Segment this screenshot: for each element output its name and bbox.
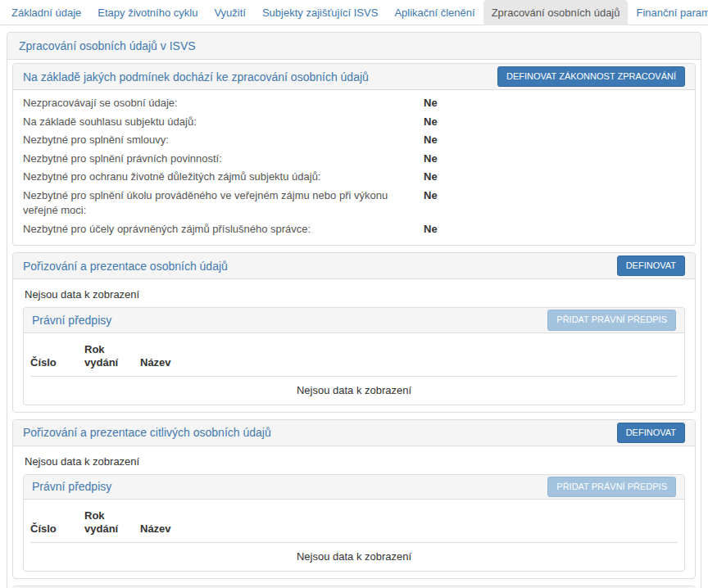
section-acquisition-header: Pořizování a prezentace osobních údajů D… bbox=[13, 253, 695, 279]
condition-row: Na základě souhlasu subjektu údajů: Ne bbox=[23, 113, 685, 132]
add-legal-regulation-button[interactable]: PŘIDAT PRÁVNÍ PŘEDPIS bbox=[547, 477, 676, 497]
condition-value: Ne bbox=[424, 188, 685, 219]
legal-regulations-panel: Právní předpisy PŘIDAT PRÁVNÍ PŘEDPIS Čí… bbox=[23, 474, 685, 572]
legal-regulations-table: Číslo Rok vydání Název Nejsou data k zob… bbox=[30, 501, 678, 571]
table-empty-message: Nejsou data k zobrazení bbox=[30, 542, 678, 571]
condition-value: Ne bbox=[424, 133, 685, 148]
tab-zakladni-udaje[interactable]: Základní údaje bbox=[3, 0, 89, 25]
section-acquisition-body: Nejsou data k zobrazení Právní předpisy … bbox=[13, 279, 695, 411]
condition-value: Ne bbox=[424, 96, 685, 111]
condition-value: Ne bbox=[424, 222, 685, 237]
section-conditions-title: Na základě jakých podmínek dochází ke zp… bbox=[23, 70, 369, 84]
define-acquisition-button[interactable]: DEFINOVAT bbox=[617, 256, 685, 276]
section-conditions: Na základě jakých podmínek dochází ke zp… bbox=[12, 63, 696, 246]
section-acquisition-title: Pořizování a prezentace osobních údajů bbox=[23, 260, 228, 273]
no-data-message: Nejsou data k zobrazení bbox=[23, 283, 685, 304]
conditions-list: Nezpracovávají se osobní údaje: Ne Na zá… bbox=[13, 90, 695, 245]
define-sensitive-button[interactable]: DEFINOVAT bbox=[617, 423, 685, 443]
condition-label: Nezpracovávají se osobní údaje: bbox=[23, 96, 424, 111]
condition-label: Nezbytné pro splnění úkolu prováděného v… bbox=[23, 188, 424, 219]
legal-regulations-header: Právní předpisy PŘIDAT PRÁVNÍ PŘEDPIS bbox=[24, 475, 684, 500]
section-conditions-header: Na základě jakých podmínek dochází ke zp… bbox=[13, 64, 695, 90]
column-header-cislo: Číslo bbox=[30, 335, 84, 377]
page-title: Zpracování osobních údajů v ISVS bbox=[7, 33, 701, 60]
table-header-row: Číslo Rok vydání Název bbox=[30, 335, 678, 377]
condition-value: Ne bbox=[424, 115, 685, 130]
condition-label: Nezbytné pro splnění právních povinností… bbox=[23, 152, 424, 167]
column-header-nazev: Název bbox=[140, 335, 678, 377]
tab-subjekty-zajistujici-isvs[interactable]: Subjekty zajišťující ISVS bbox=[254, 0, 386, 25]
tab-vyuziti[interactable]: Využití bbox=[206, 0, 254, 25]
section-sensitive-body: Nejsou data k zobrazení Právní předpisy … bbox=[13, 446, 695, 578]
condition-row: Nezbytné pro účely oprávněných zájmů pří… bbox=[23, 220, 685, 239]
section-sensitive-header: Pořizování a prezentace citlivých osobní… bbox=[13, 420, 695, 446]
no-data-message: Nejsou data k zobrazení bbox=[23, 450, 685, 471]
legal-regulations-title: Právní předpisy bbox=[32, 480, 111, 493]
table-empty-row: Nejsou data k zobrazení bbox=[30, 542, 678, 571]
define-lawfulness-button[interactable]: DEFINOVAT ZÁKONNOST ZPRACOVÁNÍ bbox=[497, 66, 685, 87]
condition-label: Nezbytné pro účely oprávněných zájmů pří… bbox=[23, 222, 424, 237]
main-panel: Zpracování osobních údajů v ISVS Na zákl… bbox=[7, 32, 701, 588]
column-header-nazev: Název bbox=[140, 501, 678, 543]
table-header-row: Číslo Rok vydání Název bbox=[30, 501, 678, 543]
add-legal-regulation-button[interactable]: PŘIDAT PRÁVNÍ PŘEDPIS bbox=[547, 310, 676, 330]
tab-bar: Základní údaje Etapy životního cyklu Vyu… bbox=[0, 0, 708, 25]
condition-row: Nezbytné pro splnění právních povinností… bbox=[23, 150, 685, 169]
column-header-rok-vydani: Rok vydání bbox=[84, 335, 140, 377]
condition-label: Nezbytné pro splnění smlouvy: bbox=[23, 133, 424, 148]
condition-value: Ne bbox=[424, 170, 685, 185]
condition-row: Nezbytné pro ochranu životně důležitých … bbox=[23, 168, 685, 187]
main-panel-body: Na základě jakých podmínek dochází ke zp… bbox=[7, 60, 701, 588]
section-sensitive-title: Pořizování a prezentace citlivých osobní… bbox=[23, 426, 271, 439]
tab-aplikacni-cleneni[interactable]: Aplikační členění bbox=[386, 0, 483, 25]
condition-value: Ne bbox=[424, 152, 685, 167]
section-acquisition: Pořizování a prezentace osobních údajů D… bbox=[12, 252, 696, 412]
legal-regulations-table: Číslo Rok vydání Název Nejsou data k zob… bbox=[30, 335, 678, 405]
condition-row: Nezbytné pro splnění smlouvy: Ne bbox=[23, 131, 685, 150]
table-empty-message: Nejsou data k zobrazení bbox=[30, 376, 678, 405]
legal-regulations-header: Právní předpisy PŘIDAT PRÁVNÍ PŘEDPIS bbox=[24, 308, 684, 332]
column-header-rok-vydani: Rok vydání bbox=[84, 501, 140, 543]
tab-etapy-zivotniho-cyklu[interactable]: Etapy životního cyklu bbox=[89, 0, 206, 25]
legal-regulations-panel: Právní předpisy PŘIDAT PRÁVNÍ PŘEDPIS Čí… bbox=[23, 307, 685, 405]
tab-financni-parametry[interactable]: Finanční parametry bbox=[628, 0, 708, 25]
tab-zpracovani-osobnich-udaju[interactable]: Zpracování osobních údajů bbox=[483, 0, 629, 25]
condition-label: Nezbytné pro ochranu životně důležitých … bbox=[23, 170, 424, 185]
condition-row: Nezpracovávají se osobní údaje: Ne bbox=[23, 94, 685, 113]
column-header-cislo: Číslo bbox=[30, 501, 84, 543]
section-sensitive: Pořizování a prezentace citlivých osobní… bbox=[12, 419, 696, 579]
legal-regulations-title: Právní předpisy bbox=[32, 314, 111, 327]
condition-label: Na základě souhlasu subjektu údajů: bbox=[23, 115, 424, 130]
condition-row: Nezbytné pro splnění úkolu prováděného v… bbox=[23, 187, 685, 220]
table-empty-row: Nejsou data k zobrazení bbox=[30, 376, 678, 405]
